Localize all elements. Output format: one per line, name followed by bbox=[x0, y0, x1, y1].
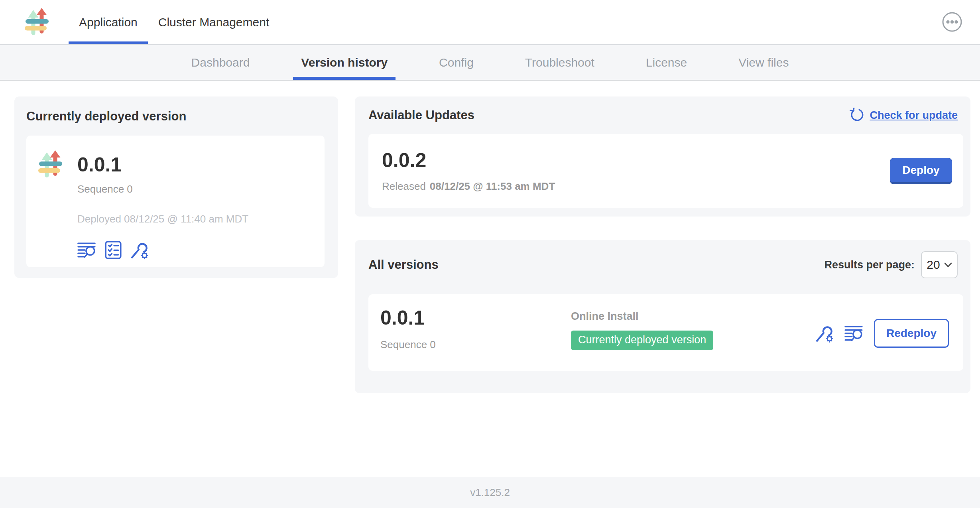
subnav-view-files-label: View files bbox=[738, 56, 789, 69]
deployed-sequence: Sequence 0 bbox=[77, 183, 248, 195]
available-update-row: 0.0.2 Released08/12/25 @ 11:53 am MDT De… bbox=[368, 134, 963, 208]
deployed-actions bbox=[77, 240, 248, 260]
available-updates-card: Available Updates Check for update bbox=[355, 96, 970, 217]
deployed-timestamp: Deployed 08/12/25 @ 11:40 am MDT bbox=[77, 213, 248, 225]
edit-config-icon[interactable] bbox=[130, 240, 149, 260]
check-for-update-link[interactable]: Check for update bbox=[849, 108, 958, 123]
tab-application[interactable]: Application bbox=[69, 0, 148, 44]
redeploy-button[interactable]: Redeploy bbox=[874, 319, 949, 348]
currently-deployed-card: Currently deployed version 0.0.1 Sequenc… bbox=[14, 96, 338, 278]
check-for-update-label: Check for update bbox=[870, 109, 958, 122]
results-per-page-value: 20 bbox=[927, 258, 940, 272]
subnav-config-label: Config bbox=[439, 56, 474, 69]
available-updates-header: Available Updates Check for update bbox=[368, 108, 963, 123]
console-version: v1.125.2 bbox=[470, 486, 510, 499]
subnav-version-history-label: Version history bbox=[301, 56, 388, 69]
all-versions-card: All versions Results per page: 20 bbox=[355, 240, 970, 393]
update-info: 0.0.2 Released08/12/25 @ 11:53 am MDT bbox=[382, 150, 555, 193]
deployed-version-number: 0.0.1 bbox=[77, 154, 248, 176]
app-subnav: Dashboard Version history Config Trouble… bbox=[0, 45, 980, 81]
subnav-tab-dashboard[interactable]: Dashboard bbox=[183, 45, 258, 80]
version-row: 0.0.1 Sequence 0 Online Install Currentl… bbox=[368, 294, 963, 371]
install-type-label: Online Install bbox=[571, 310, 815, 323]
subnav-tab-version-history[interactable]: Version history bbox=[293, 45, 396, 80]
subnav-tab-view-files[interactable]: View files bbox=[730, 45, 797, 80]
row-sequence: Sequence 0 bbox=[380, 339, 571, 351]
admin-console: Application Cluster Management Dashboard… bbox=[0, 0, 980, 508]
chevron-down-icon bbox=[944, 262, 952, 268]
version-row-status-col: Online Install Currently deployed versio… bbox=[571, 307, 815, 350]
subnav-troubleshoot-label: Troubleshoot bbox=[525, 56, 594, 69]
all-versions-title: All versions bbox=[368, 258, 439, 272]
subnav-dashboard-label: Dashboard bbox=[191, 56, 250, 69]
app-logo-icon bbox=[25, 8, 50, 37]
deployed-version-info: 0.0.1 Sequence 0 Deployed 08/12/25 @ 11:… bbox=[77, 147, 248, 256]
results-per-page-select[interactable]: 20 bbox=[921, 251, 958, 278]
tab-cluster-management-label: Cluster Management bbox=[158, 16, 269, 29]
subnav-tab-troubleshoot[interactable]: Troubleshoot bbox=[517, 45, 602, 80]
edit-config-icon[interactable] bbox=[815, 324, 834, 343]
update-version-number: 0.0.2 bbox=[382, 150, 555, 171]
deploy-button[interactable]: Deploy bbox=[890, 158, 952, 184]
subnav-tab-license[interactable]: License bbox=[638, 45, 695, 80]
all-versions-header: All versions Results per page: 20 bbox=[368, 251, 963, 278]
status-badge: Currently deployed version bbox=[571, 331, 713, 350]
footer: v1.125.2 bbox=[0, 477, 980, 508]
released-prefix: Released bbox=[382, 180, 426, 192]
main-content: Currently deployed version 0.0.1 Sequenc… bbox=[0, 81, 980, 477]
top-navbar: Application Cluster Management bbox=[0, 0, 980, 45]
results-per-page-label: Results per page: bbox=[824, 259, 915, 271]
row-version-number: 0.0.1 bbox=[380, 307, 571, 329]
top-nav-tabs: Application Cluster Management bbox=[69, 0, 279, 44]
subnav-license-label: License bbox=[646, 56, 687, 69]
update-released-line: Released08/12/25 @ 11:53 am MDT bbox=[382, 180, 555, 193]
subnav-tab-config[interactable]: Config bbox=[431, 45, 482, 80]
currently-deployed-title: Currently deployed version bbox=[26, 109, 325, 124]
tab-cluster-management[interactable]: Cluster Management bbox=[148, 0, 279, 44]
refresh-icon[interactable] bbox=[849, 108, 864, 123]
results-per-page: Results per page: 20 bbox=[824, 251, 958, 278]
right-column: Available Updates Check for update bbox=[355, 96, 970, 393]
tab-application-label: Application bbox=[79, 16, 138, 29]
app-logo-icon-small bbox=[38, 150, 64, 179]
version-row-version-col: 0.0.1 Sequence 0 bbox=[380, 307, 571, 351]
diff-logs-icon[interactable] bbox=[844, 324, 864, 343]
released-timestamp: 08/12/25 @ 11:53 am MDT bbox=[430, 180, 555, 192]
overflow-menu-icon[interactable] bbox=[942, 12, 962, 32]
diff-logs-icon[interactable] bbox=[77, 240, 96, 260]
version-row-actions: Redeploy bbox=[815, 319, 949, 348]
preflight-checks-icon[interactable] bbox=[104, 240, 123, 260]
currently-deployed-panel: 0.0.1 Sequence 0 Deployed 08/12/25 @ 11:… bbox=[26, 136, 325, 267]
available-updates-title: Available Updates bbox=[368, 108, 474, 122]
